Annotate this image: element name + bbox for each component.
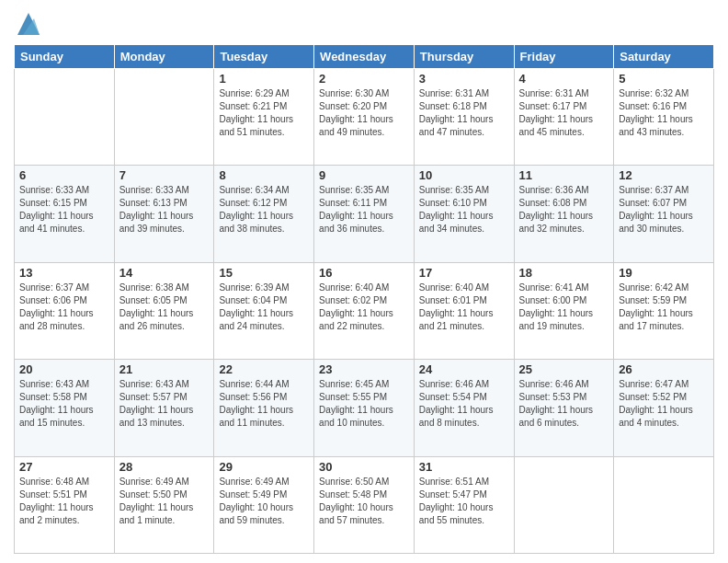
sunrise-text: Sunrise: 6:34 AM [219,185,289,195]
sunrise-text: Sunrise: 6:47 AM [619,379,688,389]
day-info: Sunrise: 6:43 AMSunset: 5:58 PMDaylight:… [19,378,109,430]
sunset-text: Sunset: 5:59 PM [619,295,687,305]
day-info: Sunrise: 6:31 AMSunset: 6:18 PMDaylight:… [419,87,509,139]
day-number: 27 [19,460,109,474]
sunrise-text: Sunrise: 6:29 AM [219,88,289,98]
sunrise-text: Sunrise: 6:50 AM [319,477,389,487]
calendar-week-row: 13Sunrise: 6:37 AMSunset: 6:06 PMDayligh… [15,262,714,359]
sunset-text: Sunset: 5:55 PM [319,392,387,402]
sunset-text: Sunset: 6:16 PM [619,101,687,111]
day-info: Sunrise: 6:37 AMSunset: 6:07 PMDaylight:… [619,184,709,236]
day-info: Sunrise: 6:33 AMSunset: 6:15 PMDaylight:… [19,184,109,236]
day-info: Sunrise: 6:51 AMSunset: 5:47 PMDaylight:… [419,476,509,527]
day-number: 24 [419,362,509,376]
day-info: Sunrise: 6:46 AMSunset: 5:53 PMDaylight:… [519,378,609,430]
daylight-text: Daylight: 10 hours and 59 minutes. [219,502,293,525]
calendar-cell: 7Sunrise: 6:33 AMSunset: 6:13 PMDaylight… [114,166,214,262]
sunset-text: Sunset: 5:49 PM [219,489,287,500]
calendar-cell [514,456,614,553]
calendar-cell: 15Sunrise: 6:39 AMSunset: 6:04 PMDayligh… [214,262,314,359]
daylight-text: Daylight: 11 hours and 15 minutes. [19,405,94,428]
sunset-text: Sunset: 6:00 PM [519,295,587,305]
daylight-text: Daylight: 11 hours and 10 minutes. [319,405,393,428]
daylight-text: Daylight: 11 hours and 47 minutes. [419,114,494,137]
day-info: Sunrise: 6:33 AMSunset: 6:13 PMDaylight:… [119,184,210,236]
daylight-text: Daylight: 11 hours and 24 minutes. [219,308,293,331]
daylight-text: Daylight: 11 hours and 34 minutes. [419,211,494,234]
calendar-header-row: SundayMondayTuesdayWednesdayThursdayFrid… [15,45,714,69]
sunrise-text: Sunrise: 6:44 AM [219,379,289,389]
daylight-text: Daylight: 11 hours and 6 minutes. [519,405,594,428]
sunset-text: Sunset: 6:10 PM [419,198,487,208]
calendar-week-row: 20Sunrise: 6:43 AMSunset: 5:58 PMDayligh… [15,360,714,456]
calendar-cell: 29Sunrise: 6:49 AMSunset: 5:49 PMDayligh… [214,456,314,553]
sunrise-text: Sunrise: 6:40 AM [419,282,489,293]
sunrise-text: Sunrise: 6:36 AM [519,185,589,195]
day-info: Sunrise: 6:47 AMSunset: 5:52 PMDaylight:… [619,378,709,430]
sunrise-text: Sunrise: 6:51 AM [419,477,489,487]
calendar-cell [114,69,214,166]
day-info: Sunrise: 6:38 AMSunset: 6:05 PMDaylight:… [119,282,210,333]
day-number: 21 [119,362,210,376]
day-number: 31 [419,460,509,474]
day-info: Sunrise: 6:30 AMSunset: 6:20 PMDaylight:… [319,87,409,139]
col-header-monday: Monday [114,45,214,69]
sunset-text: Sunset: 6:07 PM [619,198,687,208]
day-info: Sunrise: 6:44 AMSunset: 5:56 PMDaylight:… [219,378,309,430]
sunrise-text: Sunrise: 6:38 AM [119,282,189,293]
day-info: Sunrise: 6:37 AMSunset: 6:06 PMDaylight:… [19,282,109,333]
day-number: 26 [619,362,709,376]
daylight-text: Daylight: 11 hours and 4 minutes. [619,405,693,428]
day-number: 5 [619,72,709,86]
calendar-cell: 31Sunrise: 6:51 AMSunset: 5:47 PMDayligh… [414,456,514,553]
daylight-text: Daylight: 11 hours and 38 minutes. [219,211,293,234]
calendar-cell: 17Sunrise: 6:40 AMSunset: 6:01 PMDayligh… [414,262,514,359]
calendar-cell: 4Sunrise: 6:31 AMSunset: 6:17 PMDaylight… [514,69,614,166]
logo-icon [14,9,43,39]
sunset-text: Sunset: 6:17 PM [519,101,587,111]
calendar-cell: 26Sunrise: 6:47 AMSunset: 5:52 PMDayligh… [614,360,714,456]
page: SundayMondayTuesdayWednesdayThursdayFrid… [0,0,728,563]
sunrise-text: Sunrise: 6:31 AM [519,88,589,98]
col-header-thursday: Thursday [414,45,514,69]
sunset-text: Sunset: 5:58 PM [19,392,87,402]
calendar-cell: 27Sunrise: 6:48 AMSunset: 5:51 PMDayligh… [15,456,115,553]
day-number: 9 [319,168,409,182]
sunset-text: Sunset: 5:52 PM [619,392,687,402]
calendar-cell: 8Sunrise: 6:34 AMSunset: 6:12 PMDaylight… [214,166,314,262]
day-number: 23 [319,362,409,376]
sunset-text: Sunset: 5:56 PM [219,392,287,402]
day-number: 22 [219,362,309,376]
sunrise-text: Sunrise: 6:33 AM [119,185,189,195]
sunrise-text: Sunrise: 6:43 AM [119,379,189,389]
sunset-text: Sunset: 5:53 PM [519,392,587,402]
day-number: 3 [419,72,509,86]
daylight-text: Daylight: 11 hours and 21 minutes. [419,308,494,331]
sunrise-text: Sunrise: 6:33 AM [19,185,89,195]
calendar-cell: 9Sunrise: 6:35 AMSunset: 6:11 PMDaylight… [314,166,415,262]
daylight-text: Daylight: 11 hours and 36 minutes. [319,211,393,234]
sunset-text: Sunset: 6:05 PM [119,295,188,305]
day-number: 18 [519,266,609,280]
calendar-cell: 12Sunrise: 6:37 AMSunset: 6:07 PMDayligh… [614,166,714,262]
day-info: Sunrise: 6:43 AMSunset: 5:57 PMDaylight:… [119,378,210,430]
calendar-cell [15,69,115,166]
daylight-text: Daylight: 11 hours and 1 minute. [119,502,194,525]
day-number: 25 [519,362,609,376]
calendar-cell: 22Sunrise: 6:44 AMSunset: 5:56 PMDayligh… [214,360,314,456]
sunset-text: Sunset: 5:51 PM [19,489,87,500]
sunrise-text: Sunrise: 6:48 AM [19,477,89,487]
sunrise-text: Sunrise: 6:46 AM [419,379,489,389]
sunset-text: Sunset: 5:54 PM [419,392,487,402]
col-header-wednesday: Wednesday [314,45,415,69]
day-info: Sunrise: 6:41 AMSunset: 6:00 PMDaylight:… [519,282,609,333]
sunset-text: Sunset: 6:18 PM [419,101,487,111]
day-number: 19 [619,266,709,280]
calendar-cell: 10Sunrise: 6:35 AMSunset: 6:10 PMDayligh… [414,166,514,262]
day-number: 7 [119,168,210,182]
sunrise-text: Sunrise: 6:42 AM [619,282,688,293]
calendar-cell: 30Sunrise: 6:50 AMSunset: 5:48 PMDayligh… [314,456,415,553]
daylight-text: Daylight: 11 hours and 41 minutes. [19,211,94,234]
sunrise-text: Sunrise: 6:39 AM [219,282,289,293]
col-header-tuesday: Tuesday [214,45,314,69]
